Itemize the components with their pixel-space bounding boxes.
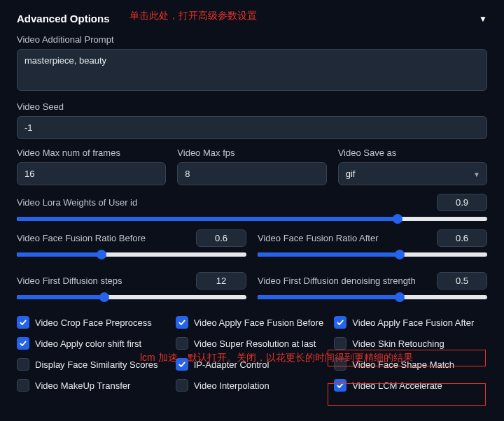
check-apply-before-label: Video Apply Face Fusion Before bbox=[194, 317, 324, 328]
advanced-options-panel: Advanced Options ▼ 单击此处，打开高级参数设置 Video A… bbox=[0, 0, 504, 404]
check-apply-after[interactable]: Video Apply Face Fusion After bbox=[334, 316, 487, 329]
fusion-before-label: Video Face Fusion Ratio Before bbox=[17, 233, 146, 243]
prompt-field: Video Additional Prompt masterpiece, bea… bbox=[17, 34, 487, 93]
check-super-res[interactable]: Video Super Resolution at last bbox=[176, 337, 329, 350]
seed-input[interactable] bbox=[17, 116, 487, 139]
annotation-header: 单击此处，打开高级参数设置 bbox=[130, 10, 257, 22]
fusion-before-field: Video Face Fusion Ratio Before 0.6 bbox=[17, 229, 246, 264]
save-as-field: Video Save as ▼ bbox=[338, 148, 487, 185]
lora-value[interactable]: 0.9 bbox=[437, 194, 487, 211]
annotation-lcm: lcm 加速，默认打开。关闭，以花更长的时间得到更精细的结果 bbox=[140, 352, 413, 364]
diff-denoise-value[interactable]: 0.5 bbox=[437, 272, 487, 290]
check-makeup[interactable]: Video MakeUp Transfer bbox=[17, 379, 170, 392]
diff-denoise-field: Video First Diffusion denoising strength… bbox=[258, 272, 487, 306]
max-fps-input[interactable] bbox=[177, 162, 326, 185]
lora-slider[interactable] bbox=[17, 217, 487, 221]
diff-steps-value[interactable]: 12 bbox=[196, 272, 246, 290]
save-as-select[interactable] bbox=[338, 162, 487, 185]
fusion-before-slider[interactable] bbox=[17, 252, 246, 257]
max-fps-field: Video Max fps bbox=[177, 148, 326, 185]
prompt-label: Video Additional Prompt bbox=[17, 34, 487, 45]
max-frames-input[interactable] bbox=[17, 162, 166, 185]
lora-slider-field: Video Lora Weights of User id 0.9 bbox=[17, 194, 487, 221]
fusion-before-value[interactable]: 0.6 bbox=[196, 229, 246, 247]
panel-title: Advanced Options bbox=[17, 13, 110, 24]
check-skin[interactable]: Video Skin Retouching bbox=[334, 337, 487, 350]
fusion-after-value[interactable]: 0.6 bbox=[437, 229, 487, 247]
check-lcm[interactable]: Video LCM Accelerate bbox=[334, 379, 487, 392]
check-apply-after-label: Video Apply Face Fusion After bbox=[352, 317, 474, 328]
seed-label: Video Seed bbox=[17, 101, 487, 112]
check-crop-face[interactable]: Video Crop Face Preprocess bbox=[17, 316, 170, 329]
seed-field: Video Seed bbox=[17, 101, 487, 139]
check-interp-label: Video Interpolation bbox=[194, 380, 270, 391]
prompt-input[interactable]: masterpiece, beauty bbox=[17, 49, 487, 91]
max-fps-label: Video Max fps bbox=[177, 148, 326, 158]
fusion-after-field: Video Face Fusion Ratio After 0.6 bbox=[258, 229, 487, 264]
save-as-label: Video Save as bbox=[338, 148, 487, 158]
check-super-res-label: Video Super Resolution at last bbox=[194, 338, 316, 349]
diff-denoise-slider[interactable] bbox=[258, 295, 487, 299]
diff-steps-label: Video First Diffusion steps bbox=[17, 276, 122, 286]
diff-denoise-label: Video First Diffusion denoising strength bbox=[258, 276, 416, 286]
check-makeup-label: Video MakeUp Transfer bbox=[35, 380, 130, 391]
diff-steps-field: Video First Diffusion steps 12 bbox=[17, 272, 246, 306]
check-skin-label: Video Skin Retouching bbox=[352, 338, 444, 349]
fusion-after-slider[interactable] bbox=[258, 252, 487, 257]
collapse-caret-icon: ▼ bbox=[479, 14, 487, 24]
check-apply-before[interactable]: Video Apply Face Fusion Before bbox=[176, 316, 329, 329]
fusion-after-label: Video Face Fusion Ratio After bbox=[258, 233, 378, 243]
diff-steps-slider[interactable] bbox=[17, 295, 246, 299]
check-color-shift-label: Video Apply color shift first bbox=[35, 338, 141, 349]
check-crop-face-label: Video Crop Face Preprocess bbox=[35, 317, 152, 328]
check-lcm-label: Video LCM Accelerate bbox=[352, 380, 442, 391]
check-interp[interactable]: Video Interpolation bbox=[176, 379, 329, 392]
check-color-shift[interactable]: Video Apply color shift first bbox=[17, 337, 170, 350]
max-frames-label: Video Max num of frames bbox=[17, 148, 166, 158]
lora-label: Video Lora Weights of User id bbox=[17, 197, 137, 208]
max-frames-field: Video Max num of frames bbox=[17, 148, 166, 185]
